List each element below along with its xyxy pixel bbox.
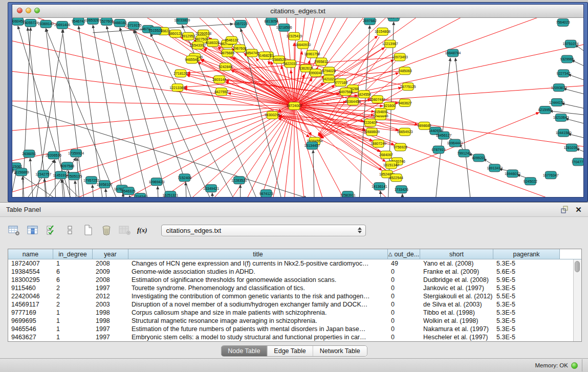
graph-node[interactable]: 20206536 — [46, 151, 61, 159]
graph-node[interactable]: 8813054 — [265, 18, 278, 25]
graph-node[interactable]: 7991243 — [457, 149, 471, 157]
graph-node[interactable]: 1990044 — [309, 69, 322, 77]
graph-node[interactable]: 13218506 — [276, 24, 292, 31]
graph-node[interactable]: 7152406 — [178, 174, 191, 182]
graph-node[interactable]: 10973493 — [392, 53, 408, 61]
graph-node[interactable]: 1824554 — [357, 91, 371, 98]
graph-node[interactable]: 8522544 — [389, 174, 403, 182]
close-window-button[interactable] — [17, 8, 23, 13]
graph-node[interactable]: 10688609 — [364, 128, 380, 136]
network-window-titlebar[interactable]: citations_edges.txt — [12, 5, 583, 18]
minimize-window-button[interactable] — [26, 8, 31, 13]
graph-node[interactable]: 9463627 — [398, 99, 412, 107]
graph-node[interactable]: 8215953 — [538, 106, 552, 114]
graph-node[interactable]: 8912953 — [181, 32, 195, 40]
graph-node[interactable]: 10719155 — [126, 21, 142, 29]
column-header-name[interactable]: name — [8, 249, 53, 259]
new-table-icon[interactable] — [81, 224, 95, 237]
graph-node[interactable]: 12444151 — [549, 99, 565, 106]
graph-node[interactable]: 9546325 — [122, 187, 136, 195]
table-scrollbar-thumb[interactable] — [575, 261, 580, 272]
graph-node[interactable]: 9146821 — [258, 52, 272, 59]
graph-node[interactable]: 16640910 — [295, 41, 311, 49]
graph-node[interactable]: 7564023 — [556, 18, 570, 26]
graph-node[interactable]: 10969423 — [149, 178, 165, 186]
graph-node[interactable]: 16210643 — [553, 114, 569, 121]
graph-node[interactable]: 16776347 — [543, 171, 559, 179]
table-settings-icon[interactable] — [7, 224, 21, 237]
graph-node[interactable]: 2803144 — [212, 76, 226, 83]
network-graph[interactable]: 1872400712325419166409101696175879558121… — [12, 18, 583, 197]
graph-node[interactable]: 5822037 — [284, 60, 297, 68]
graph-node[interactable]: 8427552 — [214, 88, 228, 96]
graph-node[interactable]: 16154808 — [375, 28, 390, 35]
graph-node[interactable]: 12583911 — [340, 191, 356, 197]
graph-node[interactable]: 18724007 — [287, 102, 302, 110]
graph-node[interactable]: 9756928 — [394, 143, 407, 151]
graph-node[interactable]: 2697682 — [363, 18, 377, 25]
graph-node[interactable]: 2718126 — [173, 70, 187, 77]
table-scrollbar[interactable] — [573, 259, 581, 341]
graph-node[interactable]: 15134457 — [304, 142, 320, 149]
graph-node[interactable]: 1527602 — [100, 18, 114, 25]
graph-node[interactable]: 18300295 — [265, 111, 280, 119]
graph-node[interactable]: 9154691 — [374, 108, 388, 116]
table-row[interactable]: 2242004622012Investigating the contribut… — [8, 292, 574, 300]
graph-node[interactable]: 12213967 — [382, 40, 398, 48]
tab-edge-table[interactable]: Edge Table — [267, 346, 313, 356]
graph-node[interactable]: 11156869 — [14, 168, 29, 176]
graph-node[interactable]: 20364456 — [345, 98, 361, 105]
graph-node[interactable]: 16961758 — [304, 50, 320, 58]
graph-node[interactable]: 16543392 — [190, 41, 206, 49]
graph-node[interactable]: 7955812 — [314, 58, 328, 65]
graph-node[interactable]: 6787919 — [431, 146, 445, 154]
graph-node[interactable]: 12093872 — [551, 84, 567, 92]
graph-node[interactable]: 7515526 — [148, 27, 162, 34]
graph-node[interactable]: 14136141 — [372, 183, 387, 190]
graph-node[interactable]: 7704771 — [571, 158, 583, 166]
graph-node[interactable]: 16654923 — [397, 128, 413, 136]
graph-node[interactable]: 12810391 — [564, 144, 580, 151]
graph-node[interactable]: 12505135 — [66, 172, 82, 180]
graph-node[interactable]: 20369140 — [38, 20, 54, 28]
graph-node[interactable]: 9329966 — [560, 55, 574, 63]
graph-node[interactable]: 6794028 — [322, 67, 336, 75]
graph-node[interactable]: 12325419 — [287, 32, 302, 40]
graph-node[interactable]: 16648784 — [445, 49, 461, 57]
float-panel-icon[interactable] — [560, 205, 569, 214]
graph-node[interactable]: 15751074 — [563, 40, 579, 48]
graph-node[interactable]: 8854749 — [245, 49, 259, 57]
graph-node[interactable]: 9874123 — [259, 190, 273, 197]
tab-node-table[interactable]: Node Table — [221, 346, 267, 356]
graph-node[interactable]: 7716241 — [134, 193, 147, 197]
graph-node[interactable]: 20691406 — [54, 21, 70, 29]
graph-node[interactable]: 16251321 — [162, 191, 178, 197]
graph-node[interactable]: 14055724 — [23, 19, 38, 27]
graph-node[interactable]: 9242848 — [219, 63, 232, 71]
table-row[interactable]: 1938455462009Genome-wide association stu… — [8, 268, 574, 276]
table-row[interactable]: 1830029562008Estimation of significance … — [8, 276, 574, 284]
graph-node[interactable]: 18807249 — [371, 140, 386, 147]
graph-node[interactable]: 8357223 — [234, 20, 248, 28]
graph-node[interactable]: 18456127 — [435, 132, 451, 139]
function-builder-icon[interactable]: f(x) — [136, 224, 148, 237]
table-row[interactable]: 911546021997Tourette syndrome. Phenomeno… — [8, 284, 574, 292]
graph-node[interactable]: 6466160 — [113, 19, 127, 27]
graph-node[interactable]: 18913412 — [487, 164, 503, 172]
tab-network-table[interactable]: Network Table — [313, 346, 367, 356]
graph-node[interactable]: 2684067 — [379, 151, 393, 159]
memory-ok-indicator[interactable] — [571, 362, 578, 369]
graph-node[interactable]: 9898685 — [418, 122, 431, 129]
graph-node[interactable]: 16151342 — [383, 161, 399, 169]
graph-node[interactable]: 9777169 — [334, 79, 347, 86]
table-row[interactable]: 969969511998Structural magnetic resonanc… — [8, 317, 574, 325]
graph-node[interactable]: 7485063 — [398, 67, 412, 75]
column-header-pagerank[interactable]: pagerank — [493, 249, 560, 259]
network-canvas[interactable]: 1872400712325419166409101696175879558121… — [12, 18, 583, 197]
graph-node[interactable]: 17359924 — [68, 149, 84, 157]
row-height-icon[interactable] — [62, 224, 76, 237]
table-row[interactable]: 946362711997Embryonic stem cells: a mode… — [8, 333, 574, 341]
close-panel-icon[interactable]: ✕ — [574, 205, 583, 214]
graph-node[interactable]: 16033809 — [174, 18, 190, 24]
graph-node[interactable]: 10807487 — [369, 96, 385, 103]
